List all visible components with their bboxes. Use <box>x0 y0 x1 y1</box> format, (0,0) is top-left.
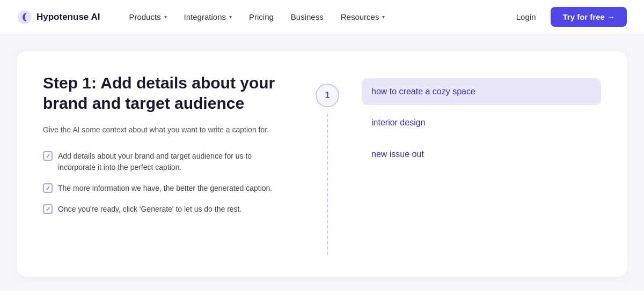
check-icon-3 <box>43 204 53 214</box>
nav-integrations[interactable]: Integrations ▾ <box>177 8 239 26</box>
checklist-item-3: Once you're ready, click 'Generate' to l… <box>43 204 280 215</box>
nav-products[interactable]: Products ▾ <box>121 8 174 26</box>
step-divider: 1 <box>306 73 349 255</box>
suggestion-item-2[interactable]: interior design <box>362 109 601 136</box>
suggestion-item-3[interactable]: new issue out <box>362 141 601 168</box>
dashed-line <box>327 114 328 255</box>
try-for-free-button[interactable]: Try for free → <box>551 7 627 27</box>
step-description: Give the AI some context about what you … <box>43 124 280 136</box>
logo[interactable]: Hypotenuse AI <box>17 10 100 25</box>
nav-business[interactable]: Business <box>283 8 331 26</box>
checklist-item-2: The more information we have, the better… <box>43 183 280 194</box>
step-card: Step 1: Add details about your brand and… <box>17 51 627 277</box>
step-title: Step 1: Add details about your brand and… <box>43 73 280 113</box>
products-chevron-icon: ▾ <box>164 14 167 20</box>
left-section: Step 1: Add details about your brand and… <box>43 73 306 255</box>
nav-pricing[interactable]: Pricing <box>241 8 281 26</box>
nav-right: Login Try for free → <box>510 7 627 27</box>
login-button[interactable]: Login <box>510 8 543 26</box>
main-content: Step 1: Add details about your brand and… <box>0 34 644 291</box>
step-number: 1 <box>316 84 339 107</box>
logo-text: Hypotenuse AI <box>36 12 100 23</box>
checklist-item-1: Add details about your brand and target … <box>43 151 280 173</box>
check-icon-1 <box>43 151 53 161</box>
integrations-chevron-icon: ▾ <box>229 14 232 20</box>
nav-resources[interactable]: Resources ▾ <box>333 8 393 26</box>
suggestion-item-1[interactable]: how to create a cozy space <box>362 78 601 105</box>
logo-icon <box>17 10 32 25</box>
checklist: Add details about your brand and target … <box>43 151 280 215</box>
navbar: Hypotenuse AI Products ▾ Integrations ▾ … <box>0 0 644 34</box>
right-section: how to create a cozy space interior desi… <box>349 73 601 255</box>
nav-links: Products ▾ Integrations ▾ Pricing Busine… <box>121 8 509 26</box>
check-icon-2 <box>43 183 53 193</box>
resources-chevron-icon: ▾ <box>382 14 385 20</box>
